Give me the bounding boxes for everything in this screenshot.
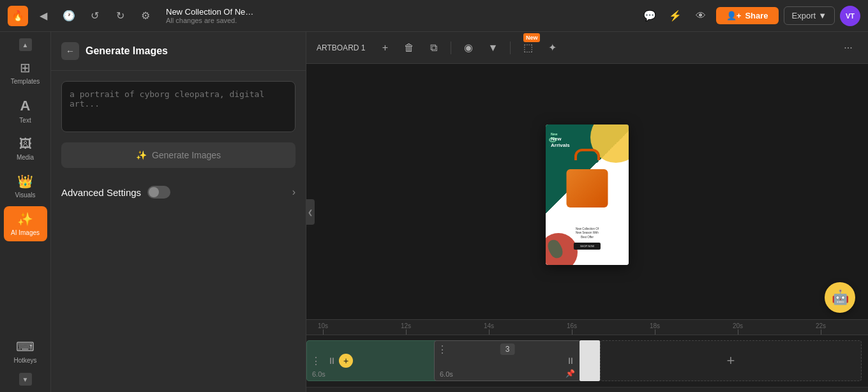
- generate-images-panel: ← Generate Images ✨ Generate Images Adva…: [51, 32, 306, 392]
- fill-dropdown-button[interactable]: ▼: [483, 38, 502, 57]
- artboard-inner: New NewArrivals New Collection OfNew Sea…: [546, 124, 629, 265]
- panel-title: Generate Images: [86, 45, 168, 57]
- export-button[interactable]: Export ▼: [784, 6, 835, 25]
- ai-images-icon: ✨: [17, 211, 33, 227]
- track2-duration: 6.0s: [440, 370, 453, 378]
- timeline-scrollbar[interactable]: [306, 387, 868, 392]
- avatar[interactable]: VT: [840, 6, 860, 26]
- prompt-input[interactable]: [61, 81, 296, 132]
- hotkeys-icon: ⌨: [16, 339, 34, 354]
- undo-button[interactable]: ↺: [84, 6, 105, 26]
- artboard-label: ARTBOARD 1: [317, 43, 365, 52]
- timeline: 10s 12s 14s 16s 18s 20s 22s: [306, 319, 868, 392]
- canvas-content[interactable]: New NewArrivals New Collection OfNew Sea…: [306, 64, 868, 326]
- canvas-area: ARTBOARD 1 + 🗑 ⧉ ◉ ▼ ⬚ New ✦ ··· New New…: [306, 32, 868, 326]
- timeline-add-button[interactable]: +: [727, 352, 735, 369]
- toolbar-separator-2: [510, 41, 511, 54]
- share-icon: 👤+: [726, 11, 742, 20]
- comment-button[interactable]: 💬: [640, 6, 660, 26]
- ruler-18s: 18s: [650, 322, 660, 335]
- decoration-ornament: [549, 137, 557, 142]
- artboard-toolbar: ARTBOARD 1 + 🗑 ⧉ ◉ ▼ ⬚ New ✦ ···: [306, 32, 868, 64]
- advanced-label: Advanced Settings: [61, 186, 170, 199]
- panel-body: ✨ Generate Images Advanced Settings ›: [51, 71, 306, 392]
- advanced-settings-row: Advanced Settings ›: [61, 178, 296, 206]
- sidebar-item-media[interactable]: 🖼 Media: [4, 132, 47, 166]
- preview-button[interactable]: 👁: [691, 6, 711, 26]
- advanced-expand-icon[interactable]: ›: [292, 186, 296, 198]
- title-area: New Collection Of Ne… All changes are sa…: [166, 7, 634, 24]
- timeline-track-4-empty[interactable]: +: [600, 340, 862, 381]
- bag-image: [567, 169, 608, 207]
- track2-pause-button[interactable]: ⏸: [566, 356, 575, 366]
- history-button[interactable]: 🕐: [59, 6, 79, 26]
- left-sidebar: ▲ ⊞ Templates A Text 🖼 Media 👑 Visuals ✨…: [0, 32, 51, 392]
- panel-back-button[interactable]: ←: [61, 42, 79, 60]
- text-icon: A: [20, 98, 31, 114]
- panel-header: ← Generate Images: [51, 32, 306, 71]
- document-title: New Collection Of Ne…: [166, 7, 634, 17]
- toolbar-separator: [451, 41, 451, 54]
- ruler-10s: 10s: [318, 322, 328, 335]
- art-shop-now-button: SHOP NOW: [574, 243, 601, 250]
- sidebar-item-ai-images[interactable]: ✨ AI Images: [4, 206, 47, 241]
- grid-icon: ⊞: [20, 60, 31, 75]
- ruler-20s: 20s: [733, 322, 743, 335]
- more-options-button[interactable]: ···: [839, 38, 858, 57]
- media-icon: 🖼: [19, 137, 32, 151]
- ai-robot-button[interactable]: 🤖: [825, 282, 855, 313]
- panel-collapse-button[interactable]: ❮: [306, 199, 315, 225]
- art-collection-text: New Collection OfNew Season WithBest Off…: [546, 227, 629, 239]
- new-feature-wrap: ⬚ New: [518, 38, 537, 57]
- track1-dots-button[interactable]: ⋮: [307, 355, 325, 367]
- sidebar-item-templates[interactable]: ⊞ Templates: [4, 55, 47, 90]
- sidebar-scroll-down[interactable]: ▼: [19, 373, 32, 386]
- artboard-card: New NewArrivals New Collection OfNew Sea…: [546, 124, 629, 265]
- track1-add-button[interactable]: +: [339, 354, 353, 368]
- generate-icon: ✨: [136, 150, 147, 160]
- toggle-knob: [149, 187, 159, 197]
- ruler-14s: 14s: [484, 322, 494, 335]
- timeline-track-3-white: [580, 340, 600, 381]
- logo-icon: 🔥: [8, 6, 28, 26]
- track1-duration: 6.0s: [312, 370, 326, 378]
- add-artboard-button[interactable]: +: [375, 38, 394, 57]
- bag-handle: [574, 149, 600, 160]
- back-button[interactable]: ◀: [33, 6, 54, 26]
- header: 🔥 ◀ 🕐 ↺ ↻ ⚙ New Collection Of Ne… All ch…: [0, 0, 868, 32]
- new-badge: New: [523, 33, 541, 42]
- visuals-icon: 👑: [17, 174, 33, 189]
- save-status: All changes are saved.: [166, 17, 634, 24]
- duplicate-artboard-button[interactable]: ⧉: [424, 38, 443, 57]
- ruler-12s: 12s: [401, 322, 411, 335]
- track2-pin-icon: 📌: [565, 369, 575, 378]
- chevron-down-icon: ▼: [818, 11, 827, 20]
- header-right: 💬 ⚡ 👁 👤+ Share Export ▼ VT: [640, 6, 860, 26]
- timeline-track-1[interactable]: ⋮ ⏸ + 6.0s: [306, 340, 440, 381]
- bolt-button[interactable]: ⚡: [665, 6, 685, 26]
- fill-button[interactable]: ◉: [459, 38, 478, 57]
- delete-artboard-button[interactable]: 🗑: [400, 38, 419, 57]
- track2-badge: 3: [500, 343, 515, 355]
- timeline-content: ⋮ ⏸ + 6.0s ⋮ 3 ⏸ 6.0s 📌 +: [306, 335, 868, 392]
- timeline-track-2[interactable]: ⋮ 3 ⏸ 6.0s 📌: [434, 340, 581, 381]
- ruler-16s: 16s: [567, 322, 577, 335]
- sidebar-item-hotkeys[interactable]: ⌨ Hotkeys: [4, 334, 47, 369]
- track2-dots-button[interactable]: ⋮: [437, 343, 447, 356]
- sidebar-scroll-up[interactable]: ▲: [19, 38, 32, 51]
- advanced-toggle[interactable]: [147, 186, 170, 199]
- ruler-22s: 22s: [816, 322, 826, 335]
- track1-pause-button[interactable]: ⏸: [325, 356, 339, 366]
- sidebar-item-text[interactable]: A Text: [4, 93, 47, 129]
- timeline-ruler: 10s 12s 14s 16s 18s 20s 22s: [306, 320, 868, 335]
- settings-button[interactable]: ⚙: [135, 6, 156, 26]
- share-button[interactable]: 👤+ Share: [716, 7, 779, 24]
- ai-tool-button[interactable]: ✦: [542, 38, 562, 57]
- sidebar-item-visuals[interactable]: 👑 Visuals: [4, 169, 47, 204]
- generate-button[interactable]: ✨ Generate Images: [61, 142, 296, 168]
- redo-button[interactable]: ↻: [110, 6, 130, 26]
